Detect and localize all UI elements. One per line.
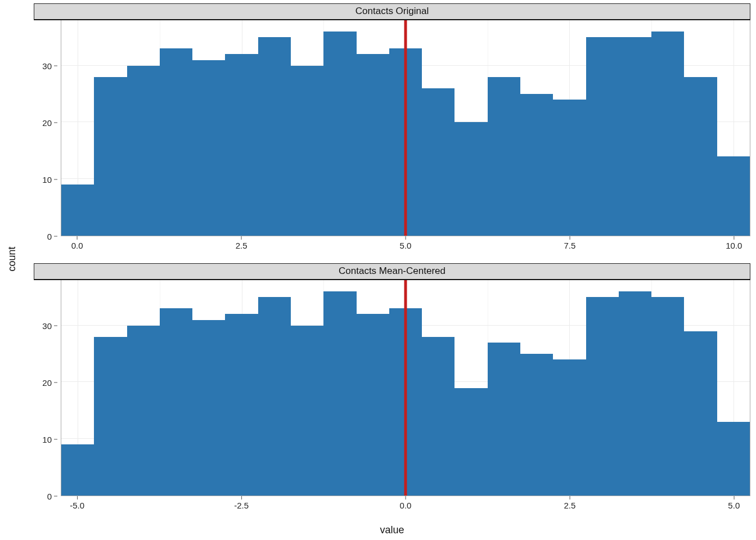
y-tick-label: 0 xyxy=(47,232,52,241)
x-tick: 0.0 xyxy=(400,496,412,510)
bar xyxy=(258,297,291,496)
bar xyxy=(127,66,160,236)
x-tick-mark xyxy=(241,236,242,240)
y-tick: 30 xyxy=(42,321,57,330)
y-tick-label: 0 xyxy=(47,492,52,501)
x-tick-label: 2.5 xyxy=(564,501,575,510)
x-axis-label-container: value xyxy=(34,522,750,538)
x-tick-row: 0.02.55.07.510.0 xyxy=(34,236,750,254)
bar xyxy=(586,297,619,496)
x-tick-label: -2.5 xyxy=(234,501,249,510)
x-tick-mark xyxy=(734,236,734,240)
bar xyxy=(454,388,487,496)
bar xyxy=(291,66,323,236)
facet-stack: Contacts Original01020300.02.55.07.510.0… xyxy=(34,3,750,514)
y-axis-label: count xyxy=(6,246,18,271)
bar xyxy=(553,100,586,236)
y-tick-mark xyxy=(54,496,57,497)
y-tick: 30 xyxy=(42,61,57,70)
x-tick: 2.5 xyxy=(564,496,575,510)
x-tick: 5.0 xyxy=(400,236,412,250)
x-tick: 7.5 xyxy=(564,236,575,250)
y-tick-mark xyxy=(54,236,57,237)
bar xyxy=(717,422,750,496)
bar xyxy=(192,60,225,236)
bar xyxy=(225,314,258,496)
x-tick-mark xyxy=(405,236,406,240)
x-tick-label: 2.5 xyxy=(236,241,248,250)
x-tick-label: 10.0 xyxy=(726,241,742,250)
bar xyxy=(61,184,94,236)
x-tick: -5.0 xyxy=(70,496,84,510)
y-tick-label: 30 xyxy=(42,61,52,70)
bar xyxy=(258,37,291,236)
x-axis-label: value xyxy=(380,524,404,536)
x-tick-label: 0.0 xyxy=(400,501,412,510)
facet-plot: count value Contacts Original01020300.02… xyxy=(0,0,756,540)
bar xyxy=(520,354,553,496)
x-tick-mark xyxy=(77,496,78,500)
x-tick-mark xyxy=(405,496,406,500)
panel-row: 0102030 xyxy=(34,20,750,236)
x-tick-mark xyxy=(569,496,570,500)
bar xyxy=(684,77,717,236)
y-tick-label: 10 xyxy=(42,174,52,184)
y-tick-label: 20 xyxy=(42,377,52,387)
bar xyxy=(422,337,454,496)
bar xyxy=(357,54,389,236)
x-tick: 10.0 xyxy=(726,236,742,250)
y-tick-label: 30 xyxy=(42,321,52,330)
bar xyxy=(651,32,684,236)
bar xyxy=(619,291,651,496)
bar xyxy=(61,444,94,496)
y-tick-mark xyxy=(54,65,57,66)
x-tick-mark xyxy=(569,236,570,240)
bar xyxy=(520,94,553,236)
x-tick-label: 0.0 xyxy=(71,241,83,250)
mean-vline xyxy=(404,280,407,496)
x-tick-area: 0.02.55.07.510.0 xyxy=(61,236,750,254)
y-axis-label-container: count xyxy=(3,0,20,518)
x-tick-area: -5.0-2.50.02.55.0 xyxy=(61,496,750,514)
y-tick-mark xyxy=(54,122,57,123)
y-tick: 20 xyxy=(42,377,57,387)
bar xyxy=(291,326,323,496)
y-tick: 20 xyxy=(42,118,57,127)
bar xyxy=(160,308,192,496)
bar xyxy=(94,77,127,236)
facet-strip-label: Contacts Mean-Centered xyxy=(34,263,750,280)
bar xyxy=(586,37,619,236)
y-tick-label: 10 xyxy=(42,434,52,444)
x-tick-label: 7.5 xyxy=(564,241,575,250)
x-tick: 5.0 xyxy=(728,496,740,510)
bar xyxy=(94,337,127,496)
x-tick-mark xyxy=(241,496,242,500)
y-tick-mark xyxy=(54,439,57,439)
y-tick-mark xyxy=(54,179,57,179)
x-tick-label: 5.0 xyxy=(728,501,740,510)
x-tick-label: 5.0 xyxy=(400,241,412,250)
x-tick-mark xyxy=(77,236,78,240)
bar xyxy=(192,320,225,496)
bar xyxy=(684,331,717,496)
x-tick: -2.5 xyxy=(234,496,249,510)
x-tick: 2.5 xyxy=(236,236,248,250)
plot-panel xyxy=(61,20,750,236)
bar xyxy=(619,37,651,236)
y-tick: 0 xyxy=(47,232,57,241)
plot-panel xyxy=(61,280,750,496)
x-tick-row: -5.0-2.50.02.55.0 xyxy=(34,496,750,514)
y-tick: 0 xyxy=(47,492,57,501)
bar xyxy=(717,156,750,236)
facet-0: Contacts Original01020300.02.55.07.510.0 xyxy=(34,3,750,254)
x-tick-label: -5.0 xyxy=(70,501,84,510)
bar xyxy=(323,32,356,236)
y-tick-column: 0102030 xyxy=(34,280,61,496)
x-tick-mark xyxy=(734,496,734,500)
mean-vline xyxy=(404,20,407,236)
bar xyxy=(160,48,192,236)
bar xyxy=(422,88,454,236)
facet-1: Contacts Mean-Centered0102030-5.0-2.50.0… xyxy=(34,263,750,514)
bar xyxy=(488,343,520,496)
bar xyxy=(323,291,356,496)
